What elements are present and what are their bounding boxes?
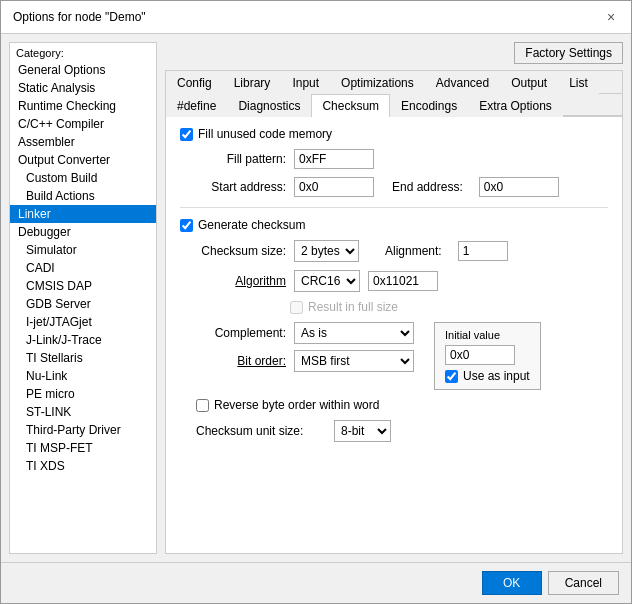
sidebar-item-custom-build[interactable]: Custom Build (10, 169, 156, 187)
panel-content: Fill unused code memory Fill pattern: St… (166, 117, 622, 553)
fill-pattern-input[interactable] (294, 149, 374, 169)
sidebar-item-runtime-checking[interactable]: Runtime Checking (10, 97, 156, 115)
end-address-label: End address: (392, 180, 463, 194)
sidebar-item-ti-stellaris[interactable]: TI Stellaris (10, 349, 156, 367)
sidebar-item-ijet[interactable]: I-jet/JTAGjet (10, 313, 156, 331)
complement-row: Complement: As is Ones complement Twos c… (196, 322, 414, 344)
fill-unused-checkbox[interactable] (180, 128, 193, 141)
checksum-unit-size-label: Checksum unit size: (196, 424, 326, 438)
start-address-input[interactable] (294, 177, 374, 197)
sidebar-item-cadi[interactable]: CADI (10, 259, 156, 277)
reverse-byte-order-row: Reverse byte order within word (196, 398, 608, 412)
sidebar-item-compiler[interactable]: C/C++ Compiler (10, 115, 156, 133)
sidebar-item-linker[interactable]: Linker (10, 205, 156, 223)
tab-optimizations[interactable]: Optimizations (330, 71, 425, 94)
checksum-unit-size-select[interactable]: 8-bit 16-bit 32-bit (334, 420, 391, 442)
start-address-label: Start address: (196, 180, 286, 194)
use-as-input-row: Use as input (445, 369, 530, 383)
close-button[interactable]: × (603, 9, 619, 25)
complement-label: Complement: (196, 326, 286, 340)
checksum-unit-size-row: Checksum unit size: 8-bit 16-bit 32-bit (196, 420, 608, 442)
checksum-size-select[interactable]: 1 byte 2 bytes 4 bytes (294, 240, 359, 262)
generate-checksum-row: Generate checksum (180, 218, 608, 232)
fill-unused-label: Fill unused code memory (198, 127, 332, 141)
fill-pattern-row: Fill pattern: (196, 149, 608, 169)
tab-diagnostics[interactable]: Diagnostics (227, 94, 311, 117)
checksum-size-label: Checksum size: (196, 244, 286, 258)
fill-pattern-label: Fill pattern: (196, 152, 286, 166)
dialog-body: Category: General Options Static Analysi… (1, 34, 631, 562)
generate-checksum-label: Generate checksum (198, 218, 305, 232)
initial-value-box: Initial value Use as input (434, 322, 541, 390)
end-address-input[interactable] (479, 177, 559, 197)
category-label: Category: (10, 43, 156, 61)
generate-checksum-checkbox[interactable] (180, 219, 193, 232)
bit-order-row: Bit order: MSB first LSB first (196, 350, 414, 372)
tabs-row-2: #define Diagnostics Checksum Encodings E… (166, 94, 622, 117)
sidebar-item-st-link[interactable]: ST-LINK (10, 403, 156, 421)
reverse-byte-order-checkbox[interactable] (196, 399, 209, 412)
ok-button[interactable]: OK (482, 571, 542, 595)
footer: OK Cancel (1, 562, 631, 603)
tab-output[interactable]: Output (500, 71, 558, 94)
sidebar-item-simulator[interactable]: Simulator (10, 241, 156, 259)
sidebar-item-gdb-server[interactable]: GDB Server (10, 295, 156, 313)
sidebar-item-nu-link[interactable]: Nu-Link (10, 367, 156, 385)
address-row: Start address: End address: (196, 177, 608, 197)
tab-config[interactable]: Config (166, 71, 223, 94)
content-area: Config Library Input Optimizations Advan… (165, 70, 623, 554)
sidebar-item-output-converter[interactable]: Output Converter (10, 151, 156, 169)
main-panel: Factory Settings Config Library Input Op… (165, 42, 623, 554)
sidebar-item-static-analysis[interactable]: Static Analysis (10, 79, 156, 97)
sidebar: Category: General Options Static Analysi… (9, 42, 157, 554)
algorithm-input[interactable] (368, 271, 438, 291)
fill-unused-row: Fill unused code memory (180, 127, 608, 141)
tab-input[interactable]: Input (281, 71, 330, 94)
tab-checksum[interactable]: Checksum (311, 94, 390, 117)
alignment-label: Alignment: (385, 244, 442, 258)
sidebar-item-debugger[interactable]: Debugger (10, 223, 156, 241)
alignment-input[interactable] (458, 241, 508, 261)
result-full-size-label: Result in full size (308, 300, 398, 314)
initial-value-input[interactable] (445, 345, 515, 365)
algorithm-label[interactable]: Algorithm (196, 274, 286, 288)
sidebar-item-ti-xds[interactable]: TI XDS (10, 457, 156, 475)
factory-row: Factory Settings (165, 42, 623, 64)
complement-initial-row: Complement: As is Ones complement Twos c… (180, 322, 608, 390)
sidebar-item-general-options[interactable]: General Options (10, 61, 156, 79)
complement-col: Complement: As is Ones complement Twos c… (180, 322, 414, 372)
sidebar-item-assembler[interactable]: Assembler (10, 133, 156, 151)
tab-advanced[interactable]: Advanced (425, 71, 500, 94)
checksum-size-row: Checksum size: 1 byte 2 bytes 4 bytes Al… (196, 240, 608, 262)
sidebar-item-third-party[interactable]: Third-Party Driver (10, 421, 156, 439)
complement-select[interactable]: As is Ones complement Twos complement (294, 322, 414, 344)
sidebar-item-pe-micro[interactable]: PE micro (10, 385, 156, 403)
reverse-byte-order-label: Reverse byte order within word (214, 398, 379, 412)
use-as-input-label: Use as input (463, 369, 530, 383)
bit-order-label[interactable]: Bit order: (196, 354, 286, 368)
tab-list[interactable]: List (558, 71, 599, 94)
result-full-size-row: Result in full size (290, 300, 608, 314)
cancel-button[interactable]: Cancel (548, 571, 619, 595)
tab-extra-options[interactable]: Extra Options (468, 94, 563, 117)
algorithm-row: Algorithm CRC16 CRC32 Sum (196, 270, 608, 292)
initial-value-label: Initial value (445, 329, 530, 341)
sidebar-item-cmsis-dap[interactable]: CMSIS DAP (10, 277, 156, 295)
title-bar: Options for node "Demo" × (1, 1, 631, 34)
tabs-row-1: Config Library Input Optimizations Advan… (166, 71, 622, 94)
tab-library[interactable]: Library (223, 71, 282, 94)
result-full-size-checkbox[interactable] (290, 301, 303, 314)
tab-encodings[interactable]: Encodings (390, 94, 468, 117)
use-as-input-checkbox[interactable] (445, 370, 458, 383)
dialog: Options for node "Demo" × Category: Gene… (0, 0, 632, 604)
dialog-title: Options for node "Demo" (13, 10, 146, 24)
sidebar-item-jlink[interactable]: J-Link/J-Trace (10, 331, 156, 349)
sidebar-item-build-actions[interactable]: Build Actions (10, 187, 156, 205)
tab-define[interactable]: #define (166, 94, 227, 117)
algorithm-select[interactable]: CRC16 CRC32 Sum (294, 270, 360, 292)
sidebar-item-ti-msp-fet[interactable]: TI MSP-FET (10, 439, 156, 457)
bit-order-select[interactable]: MSB first LSB first (294, 350, 414, 372)
factory-settings-button[interactable]: Factory Settings (514, 42, 623, 64)
